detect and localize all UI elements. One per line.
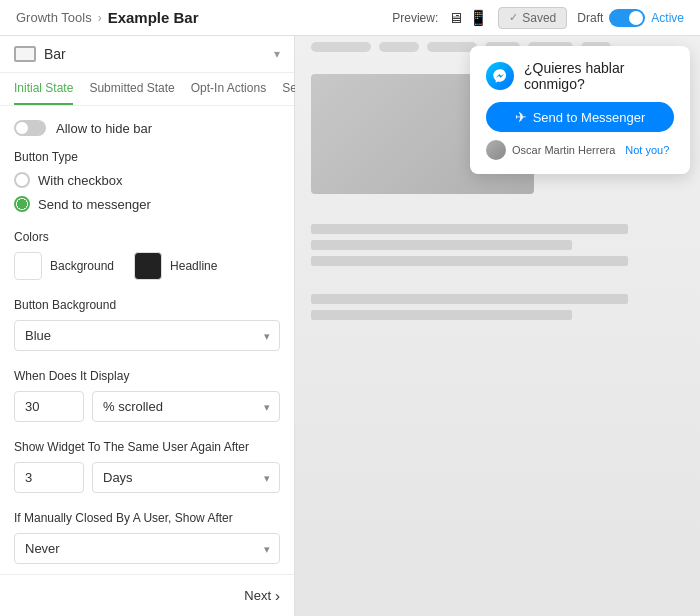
draft-active-toggle: Draft Active bbox=[577, 9, 684, 27]
preview-icons: 🖥 📱 bbox=[448, 9, 488, 27]
right-preview-panel: ¿Quieres hablar conmigo? ✈ Send to Messe… bbox=[295, 36, 700, 616]
button-bg-section: Button Background Blue Green Red White ▾ bbox=[14, 298, 280, 351]
page-title: Example Bar bbox=[108, 9, 199, 26]
bar-header-left: Bar bbox=[14, 46, 66, 62]
button-bg-label: Button Background bbox=[14, 298, 280, 312]
radio-with-checkbox[interactable]: With checkbox bbox=[14, 172, 280, 188]
radio-label-checkbox: With checkbox bbox=[38, 173, 123, 188]
blur-line-1 bbox=[311, 224, 628, 234]
radio-circle-messenger bbox=[14, 196, 30, 212]
left-panel: Bar ▾ Initial State Submitted State Opt-… bbox=[0, 36, 295, 616]
radio-circle-checkbox bbox=[14, 172, 30, 188]
display-when-row: % scrolled seconds on page immediately ▾ bbox=[14, 391, 280, 422]
panel-footer: Next › bbox=[0, 574, 294, 616]
bar-icon bbox=[14, 46, 36, 62]
tab-submitted-state[interactable]: Submitted State bbox=[89, 73, 174, 105]
preview-text-lines-2 bbox=[295, 280, 700, 334]
display-when-section: When Does It Display % scrolled seconds … bbox=[14, 369, 280, 422]
blur-line-5 bbox=[311, 310, 572, 320]
active-toggle-switch[interactable] bbox=[609, 9, 645, 27]
send-label: Send to Messenger bbox=[533, 110, 646, 125]
show-widget-label: Show Widget To The Same User Again After bbox=[14, 440, 280, 454]
manual-close-section: If Manually Closed By A User, Show After… bbox=[14, 511, 280, 564]
next-button[interactable]: Next › bbox=[244, 587, 280, 604]
radio-send-messenger[interactable]: Send to messenger bbox=[14, 196, 280, 212]
background-swatch[interactable] bbox=[14, 252, 42, 280]
breadcrumb: Growth Tools › Example Bar bbox=[16, 9, 199, 26]
background-color-item: Background bbox=[14, 252, 114, 280]
send-icon: ✈ bbox=[515, 109, 527, 125]
manual-close-label: If Manually Closed By A User, Show After bbox=[14, 511, 280, 525]
saved-checkmark: ✓ bbox=[509, 11, 518, 24]
mobile-icon[interactable]: 📱 bbox=[469, 9, 488, 27]
desktop-icon[interactable]: 🖥 bbox=[448, 9, 463, 26]
preview-content: ¿Quieres hablar conmigo? ✈ Send to Messe… bbox=[295, 36, 700, 616]
blur-line-3 bbox=[311, 256, 628, 266]
show-widget-section: Show Widget To The Same User Again After… bbox=[14, 440, 280, 493]
topbar: Growth Tools › Example Bar Preview: 🖥 📱 … bbox=[0, 0, 700, 36]
messenger-popup: ¿Quieres hablar conmigo? ✈ Send to Messe… bbox=[470, 46, 690, 174]
scroll-value-input[interactable] bbox=[14, 391, 84, 422]
colors-row: Background Headline bbox=[14, 252, 280, 280]
topbar-right: Preview: 🖥 📱 ✓ Saved Draft Active bbox=[392, 7, 684, 29]
user-name: Oscar Martin Herrera bbox=[512, 144, 615, 156]
preview-text-lines bbox=[295, 210, 700, 280]
headline-color-item: Headline bbox=[134, 252, 217, 280]
bar-label: Bar bbox=[44, 46, 66, 62]
nav-dot-2 bbox=[379, 42, 419, 52]
breadcrumb-sep: › bbox=[98, 11, 102, 25]
popup-footer: Oscar Martin Herrera Not you? bbox=[486, 140, 674, 160]
scroll-unit-select[interactable]: % scrolled seconds on page immediately bbox=[92, 391, 280, 422]
button-type-label: Button Type bbox=[14, 150, 280, 164]
bar-header: Bar ▾ bbox=[0, 36, 294, 73]
popup-question: ¿Quieres hablar conmigo? bbox=[524, 60, 674, 92]
display-when-label: When Does It Display bbox=[14, 369, 280, 383]
tab-opt-in-actions[interactable]: Opt-In Actions bbox=[191, 73, 266, 105]
main-layout: Bar ▾ Initial State Submitted State Opt-… bbox=[0, 36, 700, 616]
scroll-unit-select-wrap: % scrolled seconds on page immediately ▾ bbox=[92, 391, 280, 422]
show-widget-unit-wrap: Days Hours Never ▾ bbox=[92, 462, 280, 493]
show-widget-value-input[interactable] bbox=[14, 462, 84, 493]
saved-label: Saved bbox=[522, 11, 556, 25]
radio-label-messenger: Send to messenger bbox=[38, 197, 151, 212]
show-widget-unit-select[interactable]: Days Hours Never bbox=[92, 462, 280, 493]
show-widget-row: Days Hours Never ▾ bbox=[14, 462, 280, 493]
manual-close-select[interactable]: Never 1 Day 3 Days 1 Week bbox=[14, 533, 280, 564]
button-bg-select-wrap: Blue Green Red White ▾ bbox=[14, 320, 280, 351]
hide-bar-toggle[interactable] bbox=[14, 120, 46, 136]
blur-line-2 bbox=[311, 240, 572, 250]
tabs: Initial State Submitted State Opt-In Act… bbox=[0, 73, 294, 106]
breadcrumb-growth[interactable]: Growth Tools bbox=[16, 10, 92, 25]
draft-label: Draft bbox=[577, 11, 603, 25]
saved-button[interactable]: ✓ Saved bbox=[498, 7, 567, 29]
button-type-section: Button Type With checkbox Send to messen… bbox=[14, 150, 280, 212]
popup-top: ¿Quieres hablar conmigo? bbox=[486, 60, 674, 92]
radio-group: With checkbox Send to messenger bbox=[14, 172, 280, 212]
hide-bar-label: Allow to hide bar bbox=[56, 121, 152, 136]
preview-label: Preview: bbox=[392, 11, 438, 25]
avatar bbox=[486, 140, 506, 160]
next-arrow-icon: › bbox=[275, 587, 280, 604]
background-color-label: Background bbox=[50, 259, 114, 273]
next-label: Next bbox=[244, 588, 271, 603]
nav-dot-1 bbox=[311, 42, 371, 52]
colors-label: Colors bbox=[14, 230, 280, 244]
headline-color-label: Headline bbox=[170, 259, 217, 273]
messenger-svg bbox=[492, 68, 508, 84]
manual-close-select-wrap: Never 1 Day 3 Days 1 Week ▾ bbox=[14, 533, 280, 564]
send-to-messenger-button[interactable]: ✈ Send to Messenger bbox=[486, 102, 674, 132]
tab-initial-state[interactable]: Initial State bbox=[14, 73, 73, 105]
button-bg-select[interactable]: Blue Green Red White bbox=[14, 320, 280, 351]
hide-bar-row: Allow to hide bar bbox=[14, 120, 280, 136]
panel-content: Allow to hide bar Button Type With check… bbox=[0, 106, 294, 574]
not-you-link[interactable]: Not you? bbox=[625, 144, 669, 156]
bar-chevron-icon[interactable]: ▾ bbox=[274, 47, 280, 61]
colors-section: Colors Background Headline bbox=[14, 230, 280, 280]
active-label: Active bbox=[651, 11, 684, 25]
blur-line-4 bbox=[311, 294, 628, 304]
messenger-icon bbox=[486, 62, 514, 90]
headline-swatch[interactable] bbox=[134, 252, 162, 280]
